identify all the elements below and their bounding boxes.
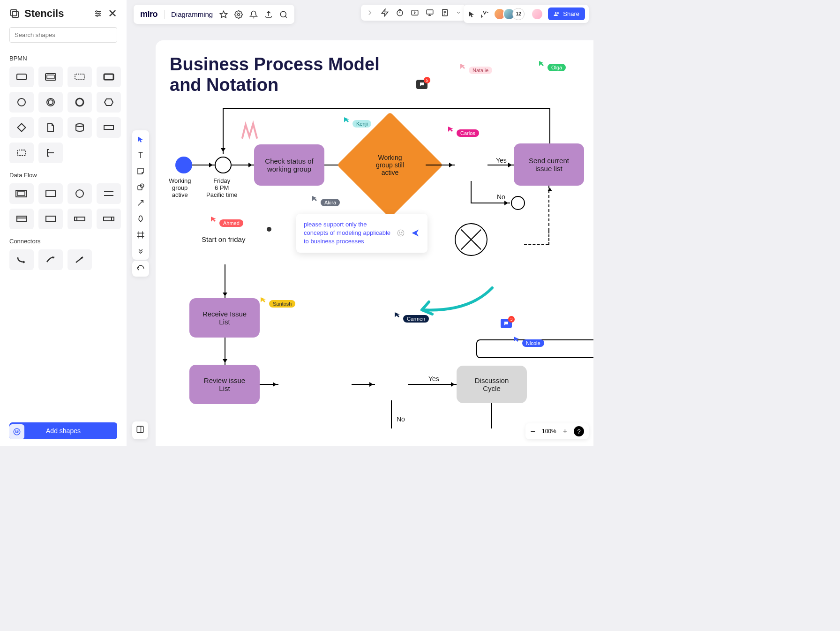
- task-review[interactable]: Review issue List: [189, 365, 260, 404]
- arrow-tool[interactable]: [135, 198, 146, 208]
- sticky-tool[interactable]: [135, 166, 146, 176]
- svg-point-67: [399, 232, 400, 233]
- embed-icon[interactable]: [411, 8, 419, 17]
- feedback-icon[interactable]: [9, 424, 24, 439]
- shape-datastore[interactable]: [68, 117, 92, 138]
- reactions-icon[interactable]: [480, 10, 489, 18]
- search-icon[interactable]: [279, 10, 288, 19]
- shape-gateway-hex[interactable]: [97, 92, 121, 113]
- undo-button[interactable]: [132, 261, 149, 277]
- export-icon[interactable]: [264, 10, 273, 19]
- svg-point-37: [15, 431, 16, 432]
- svg-rect-33: [104, 217, 114, 221]
- svg-marker-43: [382, 9, 388, 16]
- logo[interactable]: miro: [140, 9, 158, 19]
- avatar-stack[interactable]: 12: [494, 8, 525, 20]
- svg-marker-39: [220, 11, 227, 17]
- chevron-right-icon[interactable]: [366, 8, 374, 17]
- star-icon[interactable]: [219, 10, 228, 19]
- gear-icon[interactable]: [234, 10, 243, 19]
- timer-event[interactable]: [215, 157, 232, 173]
- bell-icon[interactable]: [249, 10, 258, 19]
- shape-annotation[interactable]: [38, 143, 63, 163]
- notes-icon[interactable]: [441, 8, 449, 17]
- start-event[interactable]: [175, 157, 192, 173]
- help-button[interactable]: ?: [574, 426, 584, 436]
- zoom-in[interactable]: +: [563, 427, 567, 436]
- apps-toolbar: [361, 5, 466, 21]
- shape-data-object[interactable]: [38, 117, 63, 138]
- more-tools[interactable]: [135, 246, 146, 256]
- shape-event-sub[interactable]: [68, 67, 92, 87]
- task-receive[interactable]: Receive Issue List: [189, 298, 260, 338]
- svg-rect-23: [17, 192, 25, 195]
- comment-badge[interactable]: 5: [416, 80, 428, 89]
- cursor-nicole: Nicole: [513, 336, 544, 347]
- shape-call[interactable]: [97, 67, 121, 87]
- minimap-icon[interactable]: [132, 421, 148, 439]
- present-icon[interactable]: [426, 8, 434, 17]
- canvas[interactable]: Business Process Model and Notation 5 Wo…: [156, 40, 593, 446]
- more-icon[interactable]: [456, 8, 461, 17]
- task-discussion[interactable]: Discussion Cycle: [457, 366, 527, 403]
- shape-df-4[interactable]: [97, 183, 121, 204]
- shape-df-3[interactable]: [68, 183, 92, 204]
- shape-task[interactable]: [9, 67, 34, 87]
- share-button[interactable]: Share: [548, 8, 585, 20]
- cursor-olga: Olga: [538, 60, 566, 71]
- shape-end-event[interactable]: [68, 92, 92, 113]
- shape-df-8[interactable]: [97, 209, 121, 229]
- shape-df-6[interactable]: [38, 209, 63, 229]
- settings-icon[interactable]: [94, 9, 102, 18]
- shape-df-7[interactable]: [68, 209, 92, 229]
- cursor-natalie: Natalie: [459, 63, 492, 74]
- shape-inter-event[interactable]: [38, 92, 63, 113]
- shape-pool[interactable]: [97, 117, 121, 138]
- connector-straight[interactable]: [68, 249, 92, 270]
- shape-df-1[interactable]: [9, 183, 34, 204]
- add-shapes-button[interactable]: Add shapes: [9, 422, 117, 439]
- zoom-out[interactable]: −: [530, 427, 535, 436]
- shape-gateway-diamond[interactable]: [9, 117, 34, 138]
- timer-icon[interactable]: [396, 8, 404, 17]
- user-avatar[interactable]: [531, 8, 543, 20]
- cursor-santosh: Santosh: [260, 296, 295, 308]
- frame-tool[interactable]: [135, 230, 146, 240]
- svg-rect-8: [17, 74, 26, 80]
- svg-rect-30: [46, 216, 55, 222]
- emoji-icon[interactable]: [397, 229, 405, 237]
- gateway-1[interactable]: [455, 223, 488, 256]
- task-send-list[interactable]: Send current issue list: [514, 143, 584, 186]
- bolt-icon[interactable]: [381, 8, 389, 17]
- close-icon[interactable]: ✕: [108, 8, 117, 19]
- comment-badge-2[interactable]: 3: [501, 319, 512, 328]
- pen-tool[interactable]: [135, 214, 146, 224]
- section-connectors: Connectors: [9, 238, 117, 245]
- decision-wg-active[interactable]: Working group still active: [352, 128, 428, 203]
- shape-start-event[interactable]: [9, 92, 34, 113]
- cursor-icon[interactable]: [467, 10, 476, 18]
- tool-panel: [132, 130, 149, 260]
- board-name[interactable]: Diagramming: [171, 10, 213, 18]
- section-dataflow: Data Flow: [9, 172, 117, 179]
- connector-curve[interactable]: [38, 249, 63, 270]
- shape-transaction[interactable]: [38, 67, 63, 87]
- svg-rect-0: [11, 10, 17, 16]
- send-icon[interactable]: [411, 228, 420, 238]
- collab-toolbar: 12 Share: [464, 5, 589, 23]
- end-event-small[interactable]: [511, 196, 525, 210]
- zoom-level[interactable]: 100%: [542, 428, 556, 435]
- text-tool[interactable]: [135, 150, 146, 160]
- svg-rect-31: [75, 217, 85, 221]
- search-input[interactable]: [9, 27, 117, 43]
- start-friday-label: Start on friday: [202, 235, 245, 243]
- shape-df-5[interactable]: [9, 209, 34, 229]
- diagram-title: Business Process Model and Notation: [170, 54, 380, 95]
- shape-df-2[interactable]: [38, 183, 63, 204]
- connector-elbow[interactable]: [9, 249, 34, 270]
- shape-tool[interactable]: [135, 182, 146, 192]
- comment-card[interactable]: please support only the concepts of mode…: [296, 214, 428, 253]
- select-tool[interactable]: [135, 134, 146, 144]
- task-check-status[interactable]: Check status of working group: [254, 144, 324, 186]
- shape-group[interactable]: [9, 143, 34, 163]
